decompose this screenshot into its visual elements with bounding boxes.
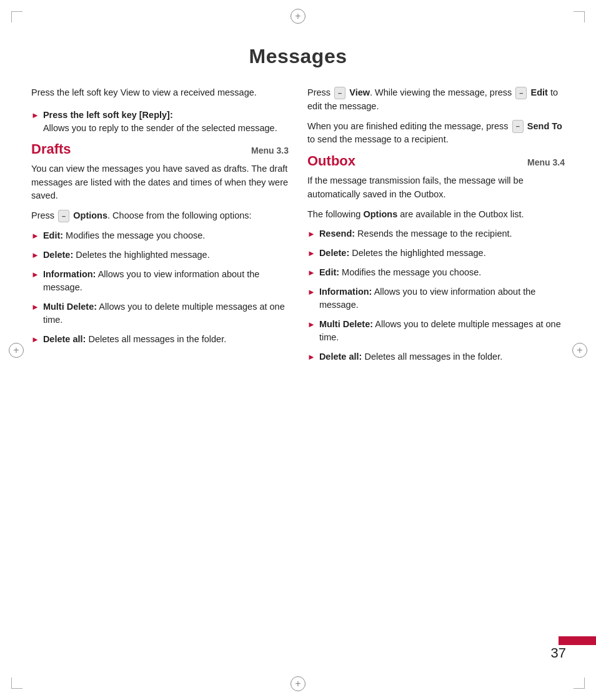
right-sendto-text: When you are finished editing the messag… [307, 120, 565, 147]
options-bold: Options [73, 210, 107, 220]
outbox-item-edit: ► Edit: Modifies the message you choose. [307, 266, 565, 279]
sendto-bold: Send To [527, 121, 562, 131]
outbox-menu: Menu 3.4 [527, 157, 565, 167]
corner-mark-tl [11, 11, 22, 22]
outbox-description: If the message transmission fails, the m… [307, 174, 565, 202]
corner-mark-br [574, 678, 585, 689]
left-column: Press the left soft key View to view a r… [31, 86, 289, 370]
outbox-deleteall-text: Delete all: Deletes all messages in the … [319, 350, 502, 363]
options-key-icon: – [58, 210, 69, 223]
drafts-item-delete: ► Delete: Deletes the highlighted messag… [31, 249, 289, 262]
edit-bold: Edit [530, 87, 547, 97]
edit-key-icon: – [515, 87, 527, 100]
outbox-multidelete-label: Multi Delete: [319, 319, 373, 329]
press-prefix: Press [31, 210, 54, 220]
crosshair-left [9, 343, 24, 358]
outbox-info-text: Information: Allows you to view informat… [319, 285, 565, 312]
page: 37 Messages Press the left soft key View… [0, 0, 596, 700]
drafts-multidelete-label: Multi Delete: [43, 302, 97, 312]
outbox-edit-text: Edit: Modifies the message you choose. [319, 266, 482, 279]
outbox-header: Outbox Menu 3.4 [307, 153, 565, 169]
drafts-item-info: ► Information: Allows you to view inform… [31, 268, 289, 294]
page-title: Messages [0, 45, 596, 68]
view-bold: View [349, 87, 370, 97]
right-column: Press – View. While viewing the message,… [307, 86, 565, 370]
corner-mark-tr [574, 11, 585, 22]
view-key-icon: – [334, 87, 345, 100]
main-content: Press the left soft key View to view a r… [31, 86, 565, 370]
drafts-info-text: Information: Allows you to view informat… [43, 268, 289, 294]
page-number: 37 [551, 645, 566, 661]
outbox-item-resend: ► Resend: Resends the message to the rec… [307, 227, 565, 240]
outbox-item-multidelete: ► Multi Delete: Allows you to delete mul… [307, 318, 565, 344]
reply-bullet-text: Press the left soft key [Reply]: Allows … [43, 109, 277, 135]
drafts-deleteall-text: Delete all: Deletes all messages in the … [43, 333, 226, 346]
red-accent-bar [559, 636, 596, 645]
bullet-arrow-outbox-multidelete: ► [307, 319, 315, 331]
outbox-multidelete-text: Multi Delete: Allows you to delete multi… [319, 318, 565, 344]
reply-bullet-item: ► Press the left soft key [Reply]: Allow… [31, 109, 289, 135]
bullet-arrow-deleteall: ► [31, 334, 39, 346]
crosshair-bottom [291, 676, 305, 691]
drafts-edit-label: Edit: [43, 230, 63, 240]
bullet-arrow-edit: ► [31, 230, 39, 242]
outbox-delete-text: Delete: Deletes the highlighted message. [319, 247, 486, 260]
outbox-resend-text: Resend: Resends the message to the recip… [319, 227, 512, 240]
reply-bullet-list: ► Press the left soft key [Reply]: Allow… [31, 109, 289, 135]
drafts-deleteall-label: Delete all: [43, 334, 86, 344]
drafts-delete-text: Delete: Deletes the highlighted message. [43, 249, 210, 262]
drafts-press-options: Press – Options. Choose from the followi… [31, 209, 289, 223]
outbox-info-label: Information: [319, 287, 372, 297]
right-view-text: Press – View. While viewing the message,… [307, 86, 565, 114]
corner-mark-bl [11, 678, 22, 689]
bullet-arrow-outbox-info: ► [307, 287, 315, 298]
drafts-multidelete-text: Multi Delete: Allows you to delete multi… [43, 300, 289, 327]
reply-desc: Allows you to reply to the sender of the… [43, 123, 277, 133]
crosshair-right [572, 343, 587, 358]
outbox-options-list: ► Resend: Resends the message to the rec… [307, 227, 565, 363]
bullet-arrow-outbox-deleteall: ► [307, 352, 315, 363]
left-intro-text: Press the left soft key View to view a r… [31, 86, 289, 100]
outbox-edit-label: Edit: [319, 267, 339, 277]
outbox-title: Outbox [307, 153, 355, 169]
drafts-item-deleteall: ► Delete all: Deletes all messages in th… [31, 333, 289, 346]
outbox-options-intro: The following Options are available in t… [307, 208, 565, 222]
bullet-arrow-info: ► [31, 269, 39, 281]
drafts-delete-label: Delete: [43, 250, 73, 260]
drafts-edit-text: Edit: Modifies the message you choose. [43, 229, 206, 242]
reply-label: Press the left soft key [Reply]: [43, 110, 173, 120]
outbox-deleteall-label: Delete all: [319, 352, 362, 362]
outbox-item-info: ► Information: Allows you to view inform… [307, 285, 565, 312]
drafts-title: Drafts [31, 141, 71, 157]
outbox-item-delete: ► Delete: Deletes the highlighted messag… [307, 247, 565, 260]
outbox-item-deleteall: ► Delete all: Deletes all messages in th… [307, 350, 565, 363]
sendto-key-icon: – [512, 120, 524, 133]
bullet-arrow-resend: ► [307, 229, 315, 240]
drafts-item-edit: ► Edit: Modifies the message you choose. [31, 229, 289, 242]
drafts-header: Drafts Menu 3.3 [31, 141, 289, 157]
bullet-arrow-outbox-delete: ► [307, 248, 315, 260]
bullet-arrow-reply: ► [31, 110, 39, 122]
drafts-info-label: Information: [43, 269, 96, 279]
outbox-delete-label: Delete: [319, 248, 349, 258]
drafts-menu: Menu 3.3 [251, 145, 289, 155]
bullet-arrow-outbox-edit: ► [307, 267, 315, 279]
drafts-description: You can view the messages you have saved… [31, 162, 289, 203]
press-word: Press [307, 87, 333, 97]
drafts-options-list: ► Edit: Modifies the message you choose.… [31, 229, 289, 346]
crosshair-top [291, 9, 305, 24]
bullet-arrow-multidelete: ► [31, 302, 39, 313]
bullet-arrow-delete: ► [31, 250, 39, 262]
outbox-options-bold: Options [363, 209, 397, 219]
press-suffix: . Choose from the following options: [107, 210, 252, 220]
outbox-resend-label: Resend: [319, 229, 355, 239]
drafts-item-multidelete: ► Multi Delete: Allows you to delete mul… [31, 300, 289, 327]
